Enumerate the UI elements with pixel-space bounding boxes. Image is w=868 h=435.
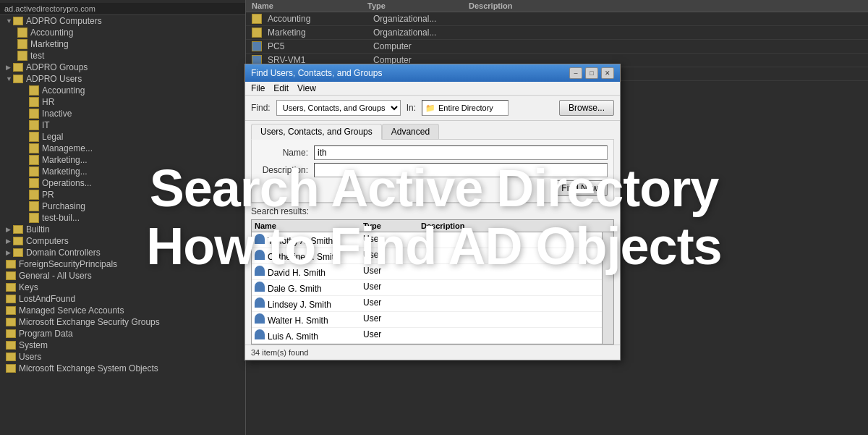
result-row-david[interactable]: David H. Smith User <box>252 264 602 280</box>
results-label: Search results: <box>245 203 620 219</box>
results-table: Name Type Description Timothy A. Smith U… <box>251 219 614 345</box>
content-row-accounting[interactable]: Accounting Organizational... <box>246 12 868 26</box>
tree-label: Domain Controllers <box>26 248 101 258</box>
tree-label: Purchasing <box>42 201 85 211</box>
result-desc <box>421 234 599 246</box>
minimize-button[interactable]: – <box>569 67 582 79</box>
tree-item-builtin[interactable]: ▶ Builtin <box>0 224 245 235</box>
tree-item-exchange-security[interactable]: Microsoft Exchange Security Groups <box>0 316 245 328</box>
tree-item-system[interactable]: System <box>0 339 245 351</box>
user-icon <box>255 250 265 260</box>
tree-item-adpro-computers[interactable]: ▼ ADPRO Computers <box>0 15 245 27</box>
tree-item-hr[interactable]: HR <box>0 96 245 108</box>
tree-item-pr[interactable]: PR <box>0 189 245 200</box>
result-row-catherine[interactable]: Catherine J. Smith User <box>252 248 602 264</box>
ou-icon <box>29 213 39 223</box>
col-header-type: Type <box>367 1 469 10</box>
name-label: Name: <box>258 148 308 158</box>
result-name: Luis A. Smith <box>255 329 363 342</box>
tree-item-adpro-users[interactable]: ▼ ADPRO Users <box>0 73 245 85</box>
ou-icon <box>252 28 262 38</box>
result-row-timothy[interactable]: Timothy A. Smith User <box>252 232 602 248</box>
tree-item-accounting[interactable]: Accounting <box>0 27 245 38</box>
ou-icon <box>29 178 39 188</box>
find-type-select[interactable]: Users, Contacts, and Groups <box>276 100 401 116</box>
find-now-button[interactable]: Find Now <box>552 180 608 196</box>
tree-label: Managed Service Accounts <box>19 305 124 316</box>
tree-item-general-all[interactable]: General - All Users <box>0 270 245 282</box>
result-row-dale[interactable]: Dale G. Smith User <box>252 280 602 296</box>
result-type: User <box>363 234 421 246</box>
tree-item-user-accounting[interactable]: Accounting <box>0 85 245 96</box>
chevron-icon: ▶ <box>6 226 13 233</box>
tree-item-keys[interactable]: Keys <box>0 282 245 293</box>
menu-file[interactable]: File <box>251 83 265 93</box>
result-type: User <box>363 297 421 310</box>
menu-view[interactable]: View <box>297 83 316 93</box>
tree-label: Legal <box>42 132 63 142</box>
field-row-desc: Description: <box>258 163 608 177</box>
tree-item-test-build[interactable]: test-buil... <box>0 212 245 224</box>
field-row-name: Name: <box>258 145 608 160</box>
tree-item-management[interactable]: Manageme... <box>0 143 245 154</box>
folder-icon <box>13 75 23 83</box>
folder-icon <box>6 260 16 269</box>
tree-label: Keys <box>19 282 38 292</box>
tree-item-foreign[interactable]: ForeignSecurityPrincipals <box>0 258 245 270</box>
tree-label: PR <box>42 190 54 200</box>
tree-item-msa[interactable]: Managed Service Accounts <box>0 305 245 316</box>
tree-label: Accounting <box>42 85 85 96</box>
col-header-desc: Description <box>469 1 862 10</box>
tree-label: Microsoft Exchange Security Groups <box>19 317 160 327</box>
ou-icon <box>29 97 39 107</box>
tree-item-it[interactable]: IT <box>0 119 245 131</box>
folder-icon <box>6 352 16 361</box>
user-icon <box>255 297 265 308</box>
content-row-pc5[interactable]: PC5 Computer <box>246 40 868 54</box>
result-row-luis[interactable]: Luis A. Smith User <box>252 328 602 344</box>
tree-item-domain-controllers[interactable]: ▶ Domain Controllers <box>0 247 245 258</box>
name-input[interactable] <box>314 145 608 160</box>
user-icon <box>255 266 265 276</box>
folder-icon <box>6 341 16 350</box>
tree-item-operations[interactable]: Operations... <box>0 177 245 189</box>
tree-item-inactive[interactable]: Inactive <box>0 108 245 119</box>
folder-icon: 📁 <box>425 104 435 113</box>
result-row-walter[interactable]: Walter H. Smith User <box>252 312 602 328</box>
folder-icon <box>6 295 16 303</box>
chevron-icon: ▶ <box>6 249 13 256</box>
tree-item-computers[interactable]: ▶ Computers <box>0 235 245 247</box>
ou-icon <box>29 132 39 142</box>
tree-label: HR <box>42 97 54 107</box>
ou-icon <box>29 155 39 165</box>
tree-item-program-data[interactable]: Program Data <box>0 328 245 339</box>
tree-item-adpro-groups[interactable]: ▶ ADPRO Groups <box>0 62 245 73</box>
tree-item-users[interactable]: Users <box>0 351 245 363</box>
result-row-lindsey[interactable]: Lindsey J. Smith User <box>252 296 602 312</box>
maximize-button[interactable]: □ <box>585 67 598 79</box>
tree-item-purchasing[interactable]: Purchasing <box>0 200 245 212</box>
tree-item-marketing[interactable]: Marketing <box>0 38 245 50</box>
browse-button[interactable]: Browse... <box>559 100 614 116</box>
content-row-marketing[interactable]: Marketing Organizational... <box>246 26 868 40</box>
col-name-header: Name <box>255 221 363 230</box>
user-icon <box>255 313 265 324</box>
tree-item-test[interactable]: test <box>0 50 245 62</box>
col-type-header: Type <box>363 221 421 230</box>
tab-users-contacts-groups[interactable]: Users, Contacts, and Groups <box>251 124 382 140</box>
close-button[interactable]: ✕ <box>601 67 614 79</box>
menu-edit[interactable]: Edit <box>273 83 289 93</box>
tree-item-exchange-system[interactable]: Microsoft Exchange System Objects <box>0 363 245 374</box>
tree-item-legal[interactable]: Legal <box>0 131 245 143</box>
results-scrollbar[interactable] <box>602 232 613 344</box>
result-type: User <box>363 250 421 262</box>
tree-item-marketing2[interactable]: Marketing... <box>0 166 245 177</box>
tab-advanced[interactable]: Advanced <box>382 124 439 139</box>
content-header: Name Type Description <box>246 0 868 12</box>
desc-input[interactable] <box>314 163 608 177</box>
tree-item-lostandfound[interactable]: LostAndFound <box>0 293 245 305</box>
ou-icon <box>29 120 39 130</box>
dialog-menubar: File Edit View <box>245 82 620 96</box>
tree-item-marketing1[interactable]: Marketing... <box>0 154 245 166</box>
folder-icon <box>13 17 23 25</box>
